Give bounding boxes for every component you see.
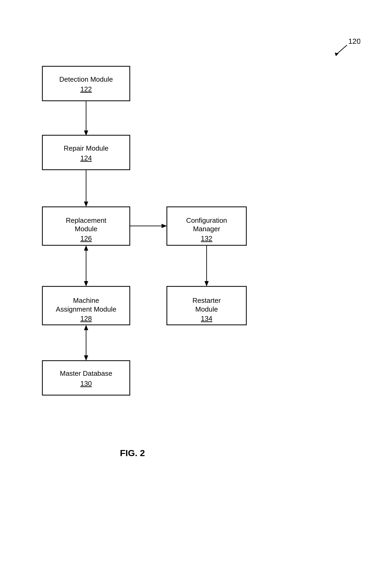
repair-module-number: 124 xyxy=(80,154,92,162)
repair-module-label: Repair Module xyxy=(64,144,108,152)
replacement-module-number: 126 xyxy=(80,234,92,242)
configuration-manager-label2: Manager xyxy=(193,225,220,233)
restarter-module-label2: Module xyxy=(195,305,218,313)
replacement-module-label2: Module xyxy=(75,225,97,233)
detection-module-box xyxy=(42,66,130,101)
master-database-label: Master Database xyxy=(60,369,112,377)
arrow-up-head xyxy=(84,245,88,251)
arrow-machine-down-head xyxy=(84,355,88,361)
machine-assignment-number: 128 xyxy=(80,315,92,322)
restarter-module-number: 134 xyxy=(201,315,212,322)
detection-module-number: 122 xyxy=(80,85,92,93)
arrow-repair-replacement-head xyxy=(84,202,88,207)
master-database-number: 130 xyxy=(80,379,92,387)
replacement-module-label1: Replacement xyxy=(66,216,106,224)
configuration-manager-label1: Configuration xyxy=(186,216,227,224)
main-diagram-svg: Detection Module 122 Repair Module 124 R… xyxy=(16,32,360,496)
master-database-box xyxy=(42,361,130,395)
arrow-config-restarter-head xyxy=(204,281,209,286)
detection-module-label: Detection Module xyxy=(59,75,113,83)
machine-assignment-label2: Assignment Module xyxy=(56,305,116,313)
repair-module-box xyxy=(42,135,130,170)
arrow-down-head xyxy=(84,281,88,286)
restarter-module-label1: Restarter xyxy=(193,296,221,304)
machine-assignment-label1: Machine xyxy=(73,296,99,304)
configuration-manager-number: 132 xyxy=(201,234,212,242)
figure-label: FIG. 2 xyxy=(120,448,145,458)
diagram-container: 120 Detection Module 122 Repair Module 1… xyxy=(16,32,376,549)
arrow-replacement-config-head xyxy=(162,224,167,228)
arrow-machine-up-head xyxy=(84,325,88,330)
